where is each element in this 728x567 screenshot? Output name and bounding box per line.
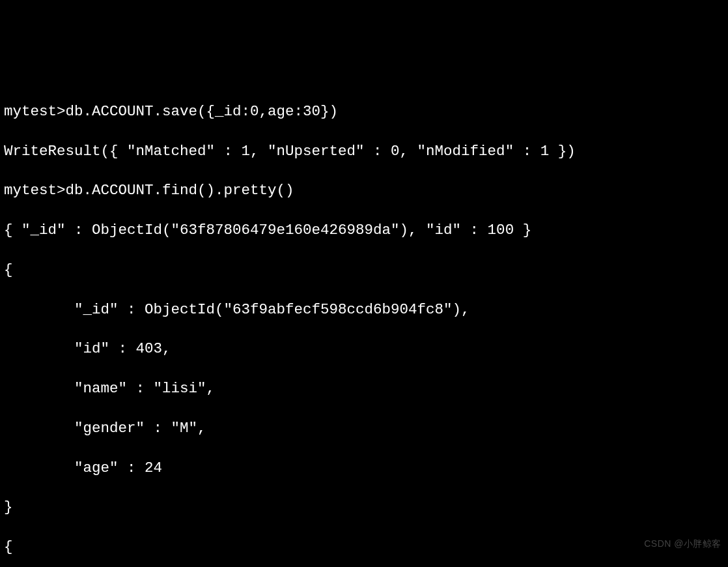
- output-line: {: [4, 260, 724, 280]
- output-line: { "_id" : ObjectId("63f87806479e160e4269…: [4, 220, 724, 240]
- watermark-text: CSDN @小胖鲸客: [644, 538, 721, 550]
- terminal-output[interactable]: mytest>db.ACCOUNT.save({_id:0,age:30}) W…: [4, 82, 724, 568]
- output-line: }: [4, 497, 724, 517]
- output-line: WriteResult({ "nMatched" : 1, "nUpserted…: [4, 141, 724, 161]
- output-line: "_id" : ObjectId("63f9abfecf598ccd6b904f…: [4, 300, 724, 319]
- command-line: mytest>db.ACCOUNT.save({_id:0,age:30}): [4, 102, 724, 121]
- output-line: {: [4, 537, 724, 557]
- output-line: "name" : "lisi",: [4, 379, 724, 398]
- output-line: "gender" : "M",: [4, 418, 724, 438]
- command-line: mytest>db.ACCOUNT.find().pretty(): [4, 181, 724, 200]
- output-line: "id" : 403,: [4, 339, 724, 358]
- output-line: "age" : 24: [4, 458, 724, 478]
